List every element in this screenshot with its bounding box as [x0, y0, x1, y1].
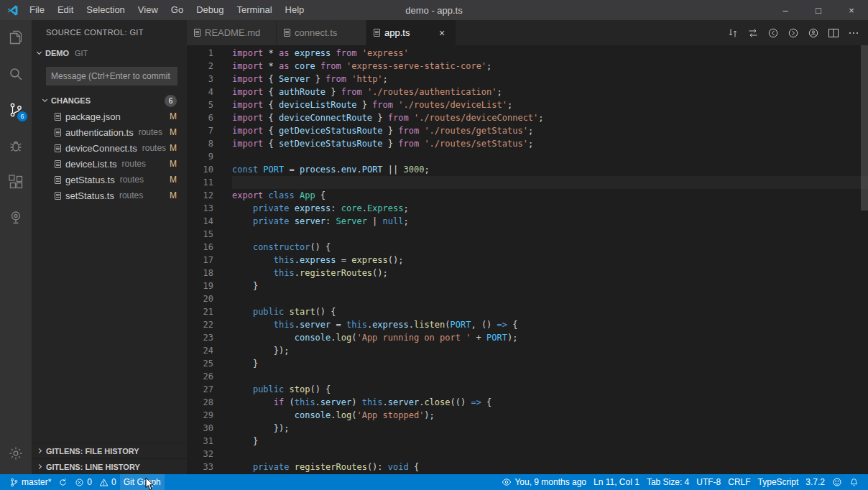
code-line-26[interactable]	[232, 370, 868, 383]
sync-icon	[58, 478, 68, 487]
more-actions-button[interactable]	[844, 20, 864, 45]
status-crlf[interactable]: CRLF	[724, 474, 754, 490]
status-label: You, 9 months ago	[514, 477, 586, 487]
code-editor[interactable]: 1234567891011121314151617181920212223242…	[187, 45, 868, 474]
menu-debug[interactable]: Debug	[190, 0, 230, 20]
code-line-7[interactable]: import { getDeviceStatusRoute } from './…	[232, 124, 868, 137]
status-label: CRLF	[728, 477, 750, 487]
scm-file-setstatus-ts[interactable]: setStatus.tsroutesM	[32, 188, 187, 203]
close-button[interactable]: ×	[835, 0, 868, 20]
tab-readme-md[interactable]: README.md	[187, 20, 277, 45]
status-utf-8[interactable]: UTF-8	[693, 474, 724, 490]
scm-file-name: deviceList.ts	[65, 159, 117, 170]
line-number: 14	[187, 215, 213, 228]
code-line-3[interactable]: import { Server } from 'http';	[232, 73, 868, 85]
code-line-32[interactable]	[232, 448, 868, 461]
code-line-30[interactable]: });	[232, 422, 868, 435]
status-typescript[interactable]: TypeScript	[754, 474, 803, 490]
code-line-28[interactable]: if (this.server) this.server.close(() =>…	[232, 396, 868, 409]
code-line-25[interactable]: }	[232, 357, 868, 370]
panel-gitlens-file-history[interactable]: GITLENS: FILE HISTORY	[32, 443, 187, 458]
activity-search[interactable]	[0, 56, 32, 92]
menu-help[interactable]: Help	[279, 0, 311, 20]
menu-selection[interactable]: Selection	[80, 0, 131, 20]
code-line-16[interactable]: constructor() {	[232, 241, 868, 254]
menu-go[interactable]: Go	[165, 0, 190, 20]
status-smiley[interactable]	[828, 474, 846, 490]
status-master[interactable]: master*	[6, 474, 55, 490]
code-line-1[interactable]: import * as express from 'express'	[232, 47, 868, 60]
commit-message-input[interactable]	[46, 67, 177, 85]
activity-debug[interactable]	[0, 128, 32, 164]
menu-view[interactable]: View	[131, 0, 165, 20]
panel-title: GITLENS: LINE HISTORY	[46, 463, 140, 471]
scm-file-authentication-ts[interactable]: authentication.tsroutesM	[32, 124, 187, 140]
code-line-23[interactable]: console.log('App running on port ' + POR…	[232, 331, 868, 344]
status-sync[interactable]	[55, 474, 71, 490]
split-editor-button[interactable]	[823, 20, 844, 45]
prev-change-button[interactable]	[763, 20, 783, 45]
line-number: 4	[187, 85, 213, 98]
code-line-11[interactable]	[232, 176, 868, 189]
status-git-graph[interactable]: Git Graph	[120, 474, 165, 490]
code-line-20[interactable]	[232, 292, 868, 305]
scm-file-getstatus-ts[interactable]: getStatus.tsroutesM	[32, 172, 187, 188]
code-line-22[interactable]: this.server = this.express.listen(PORT, …	[232, 318, 868, 331]
menu-terminal[interactable]: Terminal	[230, 0, 278, 20]
code-line-24[interactable]: });	[232, 344, 868, 357]
tab-app-ts[interactable]: app.ts×	[366, 20, 456, 45]
code-line-18[interactable]: this.registerRoutes();	[232, 267, 868, 279]
menu-edit[interactable]: Edit	[51, 0, 80, 20]
panel-gitlens-line-history[interactable]: GITLENS: LINE HISTORY	[32, 458, 187, 474]
menu-file[interactable]: File	[23, 0, 51, 20]
status-tab-size-4[interactable]: Tab Size: 4	[643, 474, 693, 490]
status-you-9-months-ago[interactable]: You, 9 months ago	[498, 474, 590, 490]
minimize-button[interactable]: –	[769, 0, 802, 20]
activity-source-control[interactable]: 6	[0, 92, 32, 128]
code-line-2[interactable]: import * as core from 'express-serve-sta…	[232, 60, 868, 73]
code-line-10[interactable]: const PORT = process.env.PORT || 3000;	[232, 163, 868, 176]
code-line-12[interactable]: export class App {	[232, 189, 868, 202]
code-line-21[interactable]: public start() {	[232, 305, 868, 318]
code-line-27[interactable]: public stop() {	[232, 383, 868, 396]
git-compare-button[interactable]	[723, 20, 743, 45]
repo-section-header[interactable]: DEMO GIT	[32, 45, 187, 61]
code-line-6[interactable]: import { deviceConnectRoute } from './ro…	[232, 111, 868, 124]
editor-actions	[723, 20, 868, 45]
code-line-19[interactable]: }	[232, 279, 868, 292]
tab-close-icon[interactable]: ×	[435, 27, 448, 40]
tab-connect-ts[interactable]: connect.ts	[277, 20, 366, 45]
maximize-button[interactable]: □	[802, 0, 835, 20]
changes-section-header[interactable]: CHANGES 6	[32, 93, 187, 108]
status-bell[interactable]	[846, 474, 862, 490]
code-line-13[interactable]: private express: core.Express;	[232, 202, 868, 215]
status-0[interactable]: 0	[96, 474, 120, 490]
code-line-14[interactable]: private server: Server | null;	[232, 215, 868, 228]
activity-explorer[interactable]	[0, 20, 32, 56]
code-line-9[interactable]	[232, 150, 868, 163]
code-line-8[interactable]: import { setDeviceStatusRoute } from './…	[232, 137, 868, 150]
tab-label: connect.ts	[295, 27, 337, 38]
activity-settings-gear[interactable]	[0, 435, 32, 471]
activity-extensions[interactable]	[0, 164, 32, 200]
scm-file-package-json[interactable]: package.jsonM	[32, 108, 187, 124]
status-0[interactable]: 0	[71, 474, 96, 490]
scm-file-deviceconnect-ts[interactable]: deviceConnect.tsroutesM	[32, 140, 187, 156]
line-number: 28	[187, 396, 213, 409]
scm-file-devicelist-ts[interactable]: deviceList.tsroutesM	[32, 156, 187, 172]
chevron-right-icon	[37, 448, 42, 453]
code-line-5[interactable]: import { deviceListRoute } from './route…	[232, 98, 868, 111]
editor-scrollbar-thumb[interactable]	[861, 45, 868, 211]
code-line-15[interactable]	[232, 228, 868, 241]
code-line-29[interactable]: console.log('App stopped');	[232, 409, 868, 422]
open-changes-button[interactable]	[743, 20, 763, 45]
code-line-4[interactable]: import { authRoute } from './routes/auth…	[232, 85, 868, 98]
next-change-button[interactable]	[783, 20, 803, 45]
code-line-33[interactable]: private registerRoutes(): void {	[232, 461, 868, 473]
activity-gitlens[interactable]	[0, 200, 32, 236]
code-line-17[interactable]: this.express = express();	[232, 254, 868, 267]
status-3-7-2[interactable]: 3.7.2	[802, 474, 828, 490]
gitlens-annotate-button[interactable]	[803, 20, 823, 45]
code-line-31[interactable]: }	[232, 435, 868, 448]
status-ln-11-col-1[interactable]: Ln 11, Col 1	[590, 474, 643, 490]
